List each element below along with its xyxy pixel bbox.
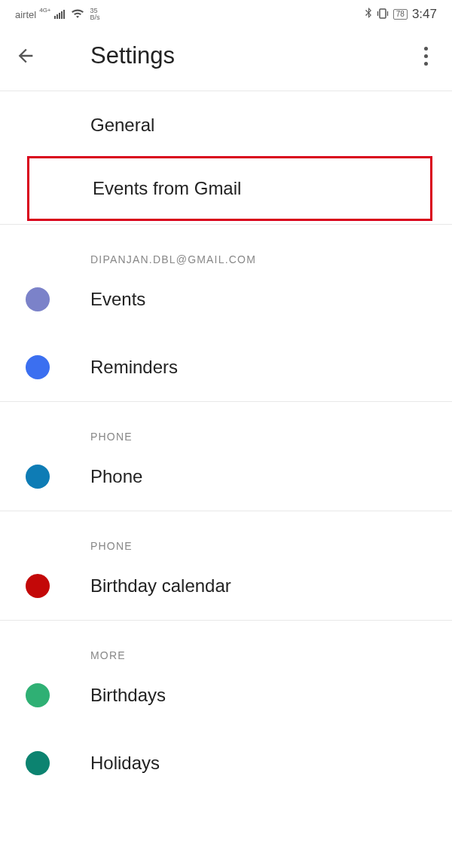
- item-label: Holidays: [90, 753, 160, 774]
- section-more: MORE Birthdays Holidays: [0, 621, 452, 797]
- settings-item-general[interactable]: General: [0, 91, 452, 159]
- section-header: MORE: [0, 621, 452, 661]
- dot-icon: [424, 54, 428, 58]
- speed-unit: B/s: [90, 14, 100, 21]
- item-label: Phone: [90, 466, 142, 487]
- clock: 3:47: [412, 7, 437, 22]
- network-type-badge: 4G+: [39, 8, 50, 14]
- svg-rect-0: [380, 9, 386, 18]
- status-bar: airtel 4G+ 35 B/s 78 3:47: [0, 0, 452, 26]
- wifi-icon: [71, 8, 84, 21]
- section-header: DIPANJAN.DBL@GMAIL.COM: [0, 225, 452, 265]
- item-label: Reminders: [90, 357, 178, 378]
- calendar-item-reminders[interactable]: Reminders: [0, 333, 452, 401]
- section-header: PHONE: [0, 402, 452, 443]
- section-phone-2: PHONE Birthday calendar: [0, 511, 452, 620]
- dot-icon: [424, 62, 428, 66]
- settings-item-events-from-gmail[interactable]: Events from Gmail: [29, 158, 430, 219]
- signal-icon: [54, 10, 65, 19]
- item-label: Birthday calendar: [90, 575, 231, 597]
- status-right: 78 3:47: [365, 7, 437, 22]
- color-dot-icon: [26, 287, 50, 311]
- bluetooth-icon: [365, 8, 372, 22]
- color-dot-icon: [26, 465, 50, 489]
- color-dot-icon: [26, 751, 50, 775]
- item-label: Events from Gmail: [93, 178, 241, 199]
- carrier-label: airtel: [15, 9, 36, 20]
- more-options-button[interactable]: [414, 47, 437, 66]
- back-button[interactable]: [15, 45, 90, 66]
- section-header: PHONE: [0, 511, 452, 552]
- data-speed: 35 B/s: [90, 8, 100, 21]
- item-label: Events: [90, 289, 145, 310]
- color-dot-icon: [26, 355, 50, 379]
- status-left: airtel 4G+ 35 B/s: [15, 8, 100, 21]
- app-header: Settings: [0, 26, 452, 90]
- page-title: Settings: [90, 42, 414, 69]
- arrow-back-icon: [15, 45, 36, 66]
- vibrate-icon: [377, 8, 389, 21]
- calendar-item-birthdays[interactable]: Birthdays: [0, 661, 452, 729]
- calendar-item-birthday-calendar[interactable]: Birthday calendar: [0, 552, 452, 620]
- calendar-item-events[interactable]: Events: [0, 265, 452, 333]
- section-phone-1: PHONE Phone: [0, 402, 452, 511]
- battery-icon: 78: [393, 9, 408, 20]
- battery-level: 78: [396, 10, 405, 18]
- color-dot-icon: [26, 574, 50, 598]
- item-label: General: [90, 115, 154, 136]
- section-account: DIPANJAN.DBL@GMAIL.COM Events Reminders: [0, 225, 452, 401]
- dot-icon: [424, 47, 428, 51]
- highlight-box: Events from Gmail: [27, 156, 432, 221]
- calendar-item-phone[interactable]: Phone: [0, 443, 452, 511]
- calendar-item-holidays[interactable]: Holidays: [0, 729, 452, 797]
- color-dot-icon: [26, 683, 50, 707]
- item-label: Birthdays: [90, 685, 166, 706]
